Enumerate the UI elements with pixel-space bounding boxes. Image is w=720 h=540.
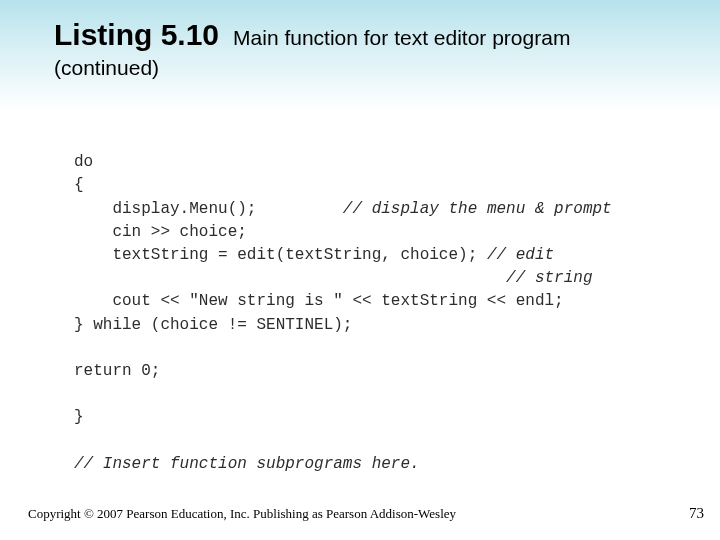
code-line: return 0;	[74, 362, 160, 380]
copyright-footer: Copyright © 2007 Pearson Education, Inc.…	[28, 506, 456, 522]
code-comment: // display the menu & prompt	[343, 200, 612, 218]
code-listing: do { display.Menu(); // display the menu…	[74, 128, 612, 476]
code-line: {	[74, 176, 84, 194]
code-line: textString = edit(textString, choice);	[74, 246, 487, 264]
listing-description: Main function for text editor program	[233, 26, 570, 50]
code-line: do	[74, 153, 93, 171]
code-line: }	[74, 408, 84, 426]
slide-header: Listing 5.10 Main function for text edit…	[0, 0, 720, 110]
code-line: cout << "New string is " << textString <…	[74, 292, 564, 310]
code-line: } while (choice != SENTINEL);	[74, 316, 352, 334]
title-row: Listing 5.10 Main function for text edit…	[54, 18, 720, 52]
code-line: display.Menu();	[74, 200, 256, 218]
continued-label: (continued)	[54, 56, 720, 80]
code-comment: // string	[506, 269, 592, 287]
code-comment: // edit	[487, 246, 554, 264]
code-comment: // Insert function subprograms here.	[74, 455, 420, 473]
code-line: cin >> choice;	[74, 223, 247, 241]
page-number: 73	[689, 505, 704, 522]
listing-label: Listing 5.10	[54, 18, 219, 52]
